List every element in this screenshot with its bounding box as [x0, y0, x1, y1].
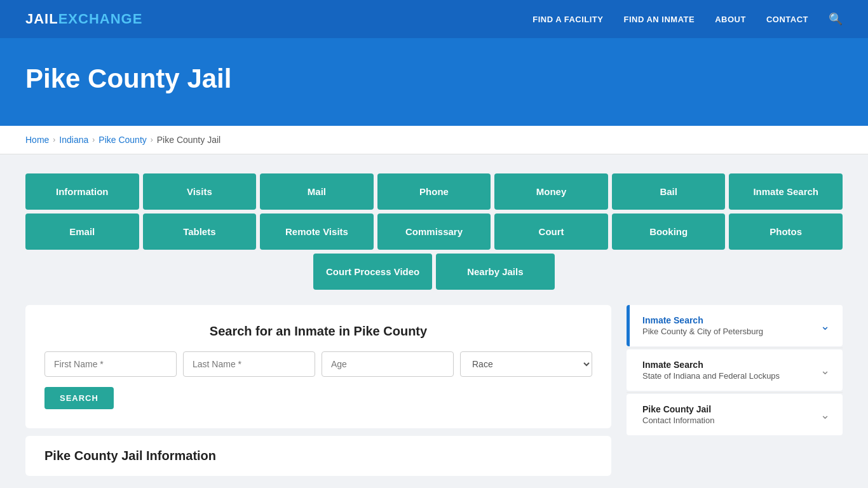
- sidebar-item-sub-0: Pike County & City of Petersburg: [642, 327, 763, 336]
- age-input[interactable]: [322, 351, 454, 377]
- grid-row-3: Court Process Video Nearby Jails: [25, 254, 843, 290]
- sidebar-item-0[interactable]: Inmate Search Pike County & City of Pete…: [627, 305, 843, 346]
- breadcrumb-indiana[interactable]: Indiana: [59, 135, 88, 145]
- btn-bail[interactable]: Bail: [612, 173, 726, 210]
- btn-court-process-video[interactable]: Court Process Video: [313, 254, 432, 290]
- search-title: Search for an Inmate in Pike County: [44, 324, 592, 339]
- sidebar-item-top-1: Inmate Search: [642, 360, 780, 370]
- sidebar-divider-1: [627, 348, 843, 348]
- navbar: JAIL EXCHANGE FIND A FACILITY FIND AN IN…: [0, 0, 868, 38]
- sidebar-item-header-0[interactable]: Inmate Search Pike County & City of Pete…: [630, 305, 843, 346]
- breadcrumb-home[interactable]: Home: [25, 135, 49, 145]
- sidebar-item-top-2: Pike County Jail: [642, 404, 714, 414]
- btn-information[interactable]: Information: [25, 173, 139, 210]
- btn-booking[interactable]: Booking: [612, 214, 726, 250]
- sidebar-item-top-0: Inmate Search: [642, 315, 763, 325]
- bottom-section: Search for an Inmate in Pike County Race…: [25, 305, 843, 476]
- search-icon[interactable]: 🔍: [829, 12, 843, 26]
- logo-jail: JAIL: [25, 11, 58, 27]
- sidebar-item-1[interactable]: Inmate Search State of Indiana and Feder…: [627, 349, 843, 391]
- nav-contact[interactable]: CONTACT: [766, 15, 808, 24]
- chevron-down-icon-2: ⌄: [820, 408, 830, 422]
- btn-email[interactable]: Email: [25, 214, 139, 250]
- breadcrumb-pike-county[interactable]: Pike County: [98, 135, 146, 145]
- btn-tablets[interactable]: Tablets: [143, 214, 257, 250]
- btn-court[interactable]: Court: [494, 214, 608, 250]
- grid-row-2: Email Tablets Remote Visits Commissary C…: [25, 214, 843, 250]
- btn-photos[interactable]: Photos: [729, 214, 843, 250]
- btn-inmate-search[interactable]: Inmate Search: [729, 173, 843, 210]
- sidebar-item-header-2[interactable]: Pike County Jail Contact Information ⌄: [630, 394, 843, 435]
- nav-find-inmate[interactable]: FIND AN INMATE: [623, 15, 695, 24]
- nav-about[interactable]: ABOUT: [715, 15, 746, 24]
- btn-money[interactable]: Money: [494, 173, 608, 210]
- breadcrumb-current: Pike County Jail: [157, 135, 220, 145]
- breadcrumb-sep-3: ›: [151, 135, 153, 144]
- chevron-down-icon-1: ⌄: [820, 363, 830, 377]
- breadcrumb-sep-1: ›: [53, 135, 55, 144]
- btn-commissary[interactable]: Commissary: [377, 214, 491, 250]
- logo-exchange: EXCHANGE: [58, 11, 143, 27]
- last-name-input[interactable]: [183, 351, 315, 377]
- page-title: Pike County Jail: [25, 64, 843, 94]
- breadcrumb-sep-2: ›: [92, 135, 95, 144]
- sidebar-item-titles-0: Inmate Search Pike County & City of Pete…: [642, 315, 763, 336]
- grid-row-1: Information Visits Mail Phone Money Bail…: [25, 173, 843, 210]
- sidebar-item-2[interactable]: Pike County Jail Contact Information ⌄: [627, 394, 843, 435]
- btn-mail[interactable]: Mail: [260, 173, 374, 210]
- race-select[interactable]: Race White Black Hispanic Asian Native A…: [460, 351, 592, 377]
- sidebar-item-sub-1: State of Indiana and Federal Lockups: [642, 371, 780, 381]
- sidebar-divider-2: [627, 392, 843, 393]
- search-form-row: Race White Black Hispanic Asian Native A…: [44, 351, 592, 377]
- sidebar-item-header-1[interactable]: Inmate Search State of Indiana and Feder…: [630, 349, 843, 391]
- logo[interactable]: JAIL EXCHANGE: [25, 11, 142, 27]
- nav-links: FIND A FACILITY FIND AN INMATE ABOUT CON…: [532, 12, 843, 26]
- first-name-input[interactable]: [44, 351, 177, 377]
- main-content: Information Visits Mail Phone Money Bail…: [0, 154, 868, 488]
- sidebar-item-titles-2: Pike County Jail Contact Information: [642, 404, 714, 425]
- breadcrumb: Home › Indiana › Pike County › Pike Coun…: [0, 126, 868, 154]
- sidebar: Inmate Search Pike County & City of Pete…: [627, 305, 843, 435]
- info-title: Pike County Jail Information: [44, 449, 592, 463]
- btn-phone[interactable]: Phone: [377, 173, 491, 210]
- btn-remote-visits[interactable]: Remote Visits: [260, 214, 374, 250]
- btn-visits[interactable]: Visits: [143, 173, 257, 210]
- search-button[interactable]: SEARCH: [44, 387, 114, 409]
- sidebar-item-sub-2: Contact Information: [642, 416, 714, 425]
- hero-banner: Pike County Jail: [0, 38, 868, 126]
- nav-find-facility[interactable]: FIND A FACILITY: [532, 15, 603, 24]
- sidebar-item-titles-1: Inmate Search State of Indiana and Feder…: [642, 360, 780, 381]
- info-section: Pike County Jail Information: [25, 436, 611, 476]
- btn-nearby-jails[interactable]: Nearby Jails: [436, 254, 555, 290]
- chevron-down-icon-0: ⌄: [820, 319, 830, 333]
- search-card: Search for an Inmate in Pike County Race…: [25, 305, 611, 428]
